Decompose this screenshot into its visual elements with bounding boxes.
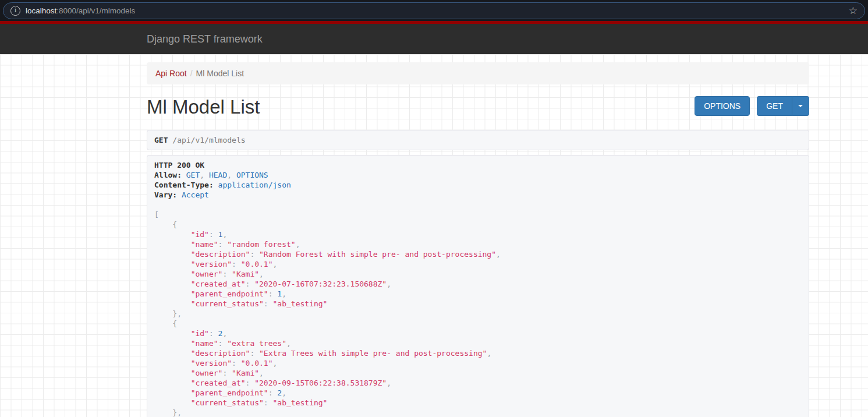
request-path: /api/v1/mlmodels: [172, 136, 245, 144]
page-title: Ml Model List: [147, 94, 260, 120]
request-line-panel: GET /api/v1/mlmodels: [147, 130, 809, 150]
breadcrumb: Api Root/Ml Model List: [147, 62, 809, 84]
get-button-group: GET: [757, 96, 809, 116]
address-bar[interactable]: i localhost:8000/api/v1/mlmodels ☆: [3, 2, 865, 19]
drf-navbar: Django REST framework: [0, 24, 868, 54]
url-host: localhost: [26, 6, 56, 15]
breadcrumb-api-root-link[interactable]: Api Root: [155, 69, 187, 78]
browser-toolbar: i localhost:8000/api/v1/mlmodels ☆: [0, 0, 868, 21]
content-container: Api Root/Ml Model List Ml Model List OPT…: [147, 62, 809, 417]
page-background: Api Root/Ml Model List Ml Model List OPT…: [0, 54, 868, 417]
breadcrumb-separator: /: [187, 69, 196, 78]
action-buttons: OPTIONS GET: [695, 96, 809, 116]
page-header: Ml Model List OPTIONS GET: [147, 94, 809, 120]
request-method: GET: [154, 136, 168, 144]
site-info-icon[interactable]: i: [10, 6, 20, 16]
breadcrumb-current: Ml Model List: [196, 69, 244, 78]
url-text[interactable]: localhost:8000/api/v1/mlmodels: [26, 6, 844, 15]
get-button[interactable]: GET: [757, 96, 792, 116]
bookmark-star-icon[interactable]: ☆: [849, 5, 858, 17]
url-path: :8000/api/v1/mlmodels: [56, 6, 135, 15]
options-button[interactable]: OPTIONS: [695, 96, 750, 116]
response-panel: HTTP 200 OK Allow: GET, HEAD, OPTIONS Co…: [147, 155, 809, 417]
chevron-down-icon: [798, 105, 803, 107]
drf-brand[interactable]: Django REST framework: [147, 24, 263, 54]
get-dropdown-button[interactable]: [792, 96, 809, 116]
